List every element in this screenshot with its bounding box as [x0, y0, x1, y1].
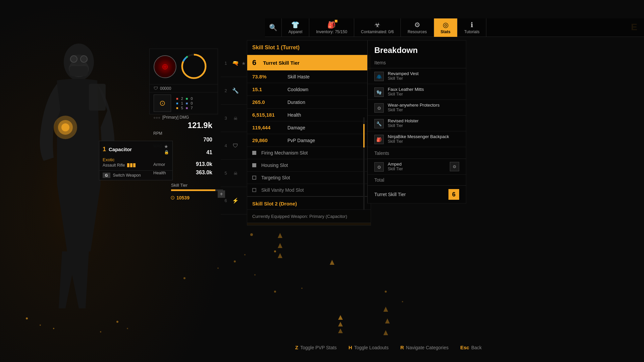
breakdown-item-2[interactable]: ⊙ Wear-anywhere Protectors Skill Tier — [368, 100, 466, 116]
nav-inventory[interactable]: 🎒 Inventory: 75/150 — [309, 18, 354, 37]
blue-mod-icon: ■ — [176, 101, 178, 105]
nav-stats[interactable]: ◎ Stats — [434, 18, 458, 37]
svg-point-25 — [250, 233, 253, 236]
apparel-icon: 👕 — [291, 21, 300, 29]
z-key: Z — [295, 345, 298, 350]
breakdown-item-1[interactable]: 🧤 Faux Leather Mitts Skill Tier — [368, 84, 466, 100]
revised-holster-icon: 🔧 — [374, 119, 384, 128]
equipped-weapon-bar: Currently Equipped Weapon: Primary (Capa… — [247, 209, 371, 223]
navigate-categories-label: Navigate Categories — [406, 345, 448, 350]
damage-label: Damage — [287, 125, 305, 130]
turret-tier-num: 6 — [252, 58, 256, 67]
toggle-pvp-label: Toggle PVP Stats — [300, 345, 337, 350]
skill-panel-icons: 🔫 🔧 ☠ 🛡 ☠ ⚡ — [231, 50, 240, 215]
nav-tutorials[interactable]: ℹ Tutorials — [458, 18, 487, 37]
revised-holster-sub: Skill Tier — [388, 123, 419, 128]
purple-mod-icon: ■ — [186, 106, 188, 110]
stats-label: Stats — [441, 29, 450, 34]
health-stat: Health 363.0k — [149, 169, 216, 177]
skill-slot-2-header: Skill Slot 2 (Drone) — [247, 196, 371, 211]
toggle-pvp-control[interactable]: Z Toggle PVP Stats — [295, 345, 337, 350]
breakdown-title: Breakdown — [368, 41, 466, 58]
scroll-thumb[interactable] — [363, 124, 365, 147]
faux-leather-icon: 🧤 — [374, 87, 384, 97]
housing-slot-square — [252, 163, 256, 167]
svg-point-8 — [70, 56, 77, 62]
skill-icon-5[interactable]: ☠ — [231, 160, 240, 187]
talent-amped[interactable]: ⊙ Amped Skill Tier ⊙ — [368, 159, 466, 175]
hud-emblem-panel: ⊕ 🛡 00000 ⊙ ■ 2 ■ 0 ■ 1 ■ — [149, 49, 218, 114]
toggle-loadouts-control[interactable]: H Toggle Loadouts — [348, 345, 389, 350]
skill-icon-4[interactable]: 🛡 — [231, 132, 240, 160]
nav-contaminated[interactable]: ☣ Contaminated: 0/6 — [354, 18, 401, 37]
svg-marker-28 — [330, 260, 334, 265]
svg-point-18 — [254, 274, 256, 276]
hud-zeros: 00000 — [160, 86, 171, 91]
svg-point-5 — [61, 123, 69, 131]
vanity-slot-label: Skill Vanity Mod Slot — [261, 187, 304, 193]
skill-icon-3[interactable]: ☠ — [231, 105, 240, 132]
favorite-icon[interactable]: ★ — [164, 144, 169, 149]
talents-label: Talents — [368, 149, 466, 159]
turret-tier-label: Turret Skill Tier — [263, 60, 300, 66]
svg-point-9 — [80, 56, 87, 62]
svg-point-11 — [26, 317, 28, 319]
turret-skill-tier-row[interactable]: 6 Turret Skill Tier — [247, 55, 371, 70]
blue2-mod-icon: ■ — [186, 101, 188, 105]
armor-stat: Armor 913.0k — [149, 160, 216, 168]
weapon-number: 1 — [103, 146, 106, 153]
stats-icon: ◎ — [443, 21, 448, 29]
housing-slot-row[interactable]: Housing Slot — [247, 159, 371, 172]
skill-haste-label: Skill Haste — [287, 74, 310, 79]
targeting-slot-square — [252, 176, 256, 180]
breakdown-item-0[interactable]: 🧥 Revamped Vest Skill Tier — [368, 68, 466, 84]
housing-slot-label: Housing Slot — [261, 163, 288, 168]
search-button[interactable]: 🔍 — [265, 18, 282, 37]
breakdown-item-4[interactable]: 🎒 NinjaBike Messenger Backpack Skill Tie… — [368, 131, 466, 147]
health-value: 6,515,181 — [252, 112, 281, 118]
scroll-track[interactable] — [363, 117, 365, 211]
skill-icon-6[interactable]: ⚡ — [231, 187, 240, 215]
amped-sub: Skill Tier — [388, 167, 403, 171]
svg-marker-41 — [338, 328, 343, 333]
amped-skill-icon: ⊙ — [450, 162, 459, 171]
bottom-controls: Z Toggle PVP Stats H Toggle Loadouts R N… — [295, 345, 644, 350]
svg-point-12 — [40, 324, 41, 326]
switch-weapon-label: Switch Weapon — [113, 173, 141, 178]
green-mod-value: 0 — [191, 97, 193, 101]
total-stat-value: 6 — [448, 189, 459, 200]
firing-slot-label: Firing Mechanism Slot — [261, 150, 308, 156]
amped-icon: ⊙ — [374, 162, 384, 172]
cooldown-row: 15.1 Cooldown — [247, 83, 371, 96]
amped-name: Amped — [388, 162, 403, 167]
lock-icon[interactable]: 🔒 — [164, 150, 169, 155]
svg-rect-6 — [89, 84, 106, 111]
pvp-damage-value: 29,860 — [252, 137, 281, 143]
svg-point-23 — [385, 291, 387, 293]
breakdown-item-3[interactable]: 🔧 Revised Holster Skill Tier — [368, 116, 466, 131]
player-emblem: ⊕ — [154, 55, 176, 78]
svg-rect-10 — [69, 66, 88, 76]
skill-icon-1[interactable]: 🔫 — [231, 50, 240, 77]
cooldown-label: Cooldown — [287, 87, 308, 92]
nav-apparel[interactable]: 👕 Apparel — [282, 18, 309, 37]
skill-icon-2[interactable]: 🔧 — [231, 77, 240, 105]
back-control[interactable]: Esc Back — [460, 345, 482, 350]
cooldown-value: 15.1 — [252, 86, 281, 92]
targeting-slot-row[interactable]: Targeting Slot — [247, 172, 371, 184]
revamped-vest-name: Revamped Vest — [388, 71, 419, 76]
yellow-mod-value: 5 — [181, 106, 183, 110]
ninjabike-name: NinjaBike Messenger Backpack — [388, 134, 449, 139]
vanity-mod-slot-row[interactable]: Skill Vanity Mod Slot — [247, 184, 371, 196]
esc-key: Esc — [460, 345, 469, 350]
firing-mechanism-slot-row[interactable]: Firing Mechanism Slot — [247, 147, 371, 159]
currency-value: 10539 — [176, 195, 190, 200]
ninjabike-icon: 🎒 — [374, 135, 384, 144]
navigate-categories-control[interactable]: R Navigate Categories — [400, 345, 448, 350]
nav-resources[interactable]: ⚙ Resources — [401, 18, 434, 37]
wear-anywhere-name: Wear-anywhere Protectors — [388, 103, 439, 108]
svg-point-27 — [274, 291, 276, 293]
svg-marker-32 — [278, 233, 282, 238]
search-icon: 🔍 — [269, 23, 277, 32]
switch-key-badge: G — [103, 173, 110, 178]
